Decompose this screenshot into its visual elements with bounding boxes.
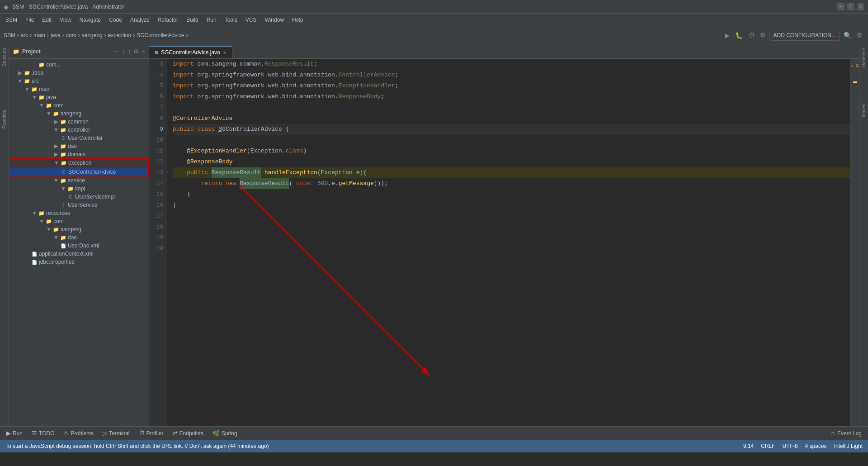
search-icon[interactable]: 🔍 xyxy=(842,31,853,40)
menu-view[interactable]: View xyxy=(56,16,75,24)
menu-ssm[interactable]: SSM xyxy=(2,16,21,24)
line-num-13: 13 xyxy=(149,167,163,178)
folder-icon: 📁 xyxy=(60,143,67,149)
menu-build[interactable]: Build xyxy=(183,16,202,24)
tab-bar: SGControllerAdvice.java ✕ xyxy=(149,44,859,59)
close-tab-icon[interactable]: ✕ xyxy=(223,50,226,55)
menu-help[interactable]: Help xyxy=(288,16,307,24)
line-num-20: 20 xyxy=(149,243,163,254)
close-panel-icon[interactable]: − xyxy=(142,48,145,55)
tree-item-controller[interactable]: ▼ 📁 controller xyxy=(9,126,149,134)
tree-item-main[interactable]: ▼ 📁 main xyxy=(9,85,149,93)
code-content[interactable]: import com.sangeng.common.ResponseResult… xyxy=(167,59,850,426)
fold-gutter-13[interactable]: ○ xyxy=(167,167,168,178)
maximize-button[interactable]: □ xyxy=(847,3,854,10)
tree-item-src[interactable]: ▼ 📁 src xyxy=(9,77,149,85)
todo-button[interactable]: ☰ TODO xyxy=(29,429,57,437)
tree-item-res-sangeng[interactable]: ▼ 📁 sangeng xyxy=(9,225,149,233)
tree-item-com-top[interactable]: 📁 com... xyxy=(9,61,149,69)
todo-label: TODO xyxy=(39,430,54,437)
folder-icon: 📁 xyxy=(38,62,45,68)
menu-code[interactable]: Code xyxy=(105,16,126,24)
tree-item-userserviceimpl[interactable]: C UserServiceImpl xyxy=(9,193,149,201)
breadcrumb-main[interactable]: main xyxy=(33,32,45,38)
menu-file[interactable]: File xyxy=(22,16,38,24)
code-line-7 xyxy=(173,102,850,113)
tree-item-res-com[interactable]: ▼ 📁 com xyxy=(9,217,149,225)
warning-marker-1[interactable] xyxy=(853,81,857,83)
tree-item-java[interactable]: ▼ 📁 java xyxy=(9,93,149,101)
tree-item-sangeng[interactable]: ▼ 📁 sangeng xyxy=(9,109,149,118)
run-button[interactable]: ▶ Run xyxy=(4,429,25,437)
tree-item-service[interactable]: ▼ 📁 service xyxy=(9,176,149,185)
tree-item-appcontext-xml[interactable]: 📄 applicationContext.xml xyxy=(9,250,149,258)
gear-icon[interactable]: ⚙ xyxy=(855,31,864,40)
tree-item-resources[interactable]: ▼ 📁 resources xyxy=(9,209,149,217)
favorites-tab[interactable]: Favorites xyxy=(2,110,7,128)
spring-button[interactable]: 🌿 Spring xyxy=(210,429,240,437)
menu-refactor[interactable]: Refactor xyxy=(154,16,182,24)
collapse-icon: ▼ xyxy=(52,234,60,241)
tree-item-userservice[interactable]: I UserService xyxy=(9,201,149,209)
structure-tab[interactable]: Structure xyxy=(2,48,7,67)
tree-item-jdbc-props[interactable]: 📄 jdbc.properties xyxy=(9,258,149,266)
window-controls[interactable]: − □ ✕ xyxy=(837,3,864,10)
menu-analyze[interactable]: Analyze xyxy=(127,16,153,24)
collapse-icon: ▼ xyxy=(60,185,67,192)
settings-icon[interactable]: ⚙ xyxy=(758,31,768,40)
tree-item-userdao-xml[interactable]: 📄 UserDao.xml xyxy=(9,242,149,250)
locate-icon[interactable]: ⸻ xyxy=(113,48,119,55)
breadcrumb-java[interactable]: java xyxy=(51,32,61,38)
expand-all-icon[interactable]: ↕ xyxy=(122,48,125,55)
code-line-18 xyxy=(173,222,850,233)
close-button[interactable]: ✕ xyxy=(857,3,864,10)
scrollbar-area[interactable]: ⚠ 2 xyxy=(850,59,859,426)
tree-item-com[interactable]: ▼ 📁 com xyxy=(9,101,149,109)
props-file-icon: 📄 xyxy=(31,260,38,265)
maven-tab[interactable]: Maven xyxy=(861,104,866,117)
code-editor[interactable]: 3 4 5 6 7 8 9 10 11 12 13 14 15 16 17 18… xyxy=(149,59,859,426)
expand-icon: ▶ xyxy=(52,143,60,149)
event-log-button[interactable]: ⚠ Event Log xyxy=(828,429,864,437)
terminal-button[interactable]: ▷ Terminal xyxy=(100,429,132,437)
breadcrumb-sangeng[interactable]: sangeng xyxy=(82,32,103,38)
run-icon[interactable]: ▶ xyxy=(723,31,731,40)
breadcrumb-ssm[interactable]: SSM xyxy=(4,32,15,38)
breadcrumb-com[interactable]: com xyxy=(66,32,76,38)
line-num-12: 12 xyxy=(149,157,163,167)
breadcrumb-src[interactable]: src xyxy=(21,32,28,38)
problems-button[interactable]: ⚠ Problems xyxy=(61,429,96,437)
endpoints-button[interactable]: ⇄ Endpoints xyxy=(170,429,206,437)
tree-item-exception[interactable]: ▼ 📁 exception xyxy=(9,158,149,167)
tree-item-common[interactable]: ▶ 📁 common xyxy=(9,118,149,126)
menu-run[interactable]: Run xyxy=(203,16,220,24)
line-num-18: 18 xyxy=(149,222,163,233)
menu-window[interactable]: Window xyxy=(261,16,288,24)
tab-sgcontrolleradvice[interactable]: SGControllerAdvice.java ✕ xyxy=(149,46,232,58)
profile-icon[interactable]: ⏱ xyxy=(746,31,756,40)
minimize-button[interactable]: − xyxy=(837,3,844,10)
collapse-icon[interactable]: ↑ xyxy=(128,48,131,55)
tree-item-res-dao[interactable]: ▼ 📁 dao xyxy=(9,233,149,242)
menu-tools[interactable]: Tools xyxy=(221,16,241,24)
tree-item-idea[interactable]: ▶ 📁 .idea xyxy=(9,69,149,77)
database-tab[interactable]: Database xyxy=(861,48,866,67)
profiler-button[interactable]: ⏱ Profiler xyxy=(136,429,166,437)
add-configuration-button[interactable]: ADD CONFIGURATION... xyxy=(769,30,840,41)
settings-icon[interactable]: ⚙ xyxy=(133,48,139,55)
tree-item-impl[interactable]: ▼ 📁 impl xyxy=(9,185,149,193)
line-num-15: 15 xyxy=(149,189,163,200)
collapse-icon: ▼ xyxy=(38,102,45,109)
tree-item-dao[interactable]: ▶ 📁 dao xyxy=(9,142,149,150)
breadcrumb-sgcontrolleradvice[interactable]: SGControllerAdvice xyxy=(137,32,184,38)
code-line-13: @ ○ public ResponseResult handleExceptio… xyxy=(173,167,850,178)
tree-item-domain[interactable]: ▶ 📁 domain xyxy=(9,150,149,158)
breadcrumb-exception[interactable]: exception xyxy=(108,32,131,38)
menu-vcs[interactable]: VCS xyxy=(242,16,260,24)
menu-edit[interactable]: Edit xyxy=(38,16,55,24)
code-line-17 xyxy=(173,211,850,222)
tree-item-sgcontrolleradvice[interactable]: C SGControllerAdvice xyxy=(9,167,149,176)
debug-icon[interactable]: 🐛 xyxy=(733,31,745,40)
tree-item-usercontroller[interactable]: C UserController xyxy=(9,134,149,142)
menu-navigate[interactable]: Navigate xyxy=(76,16,104,24)
